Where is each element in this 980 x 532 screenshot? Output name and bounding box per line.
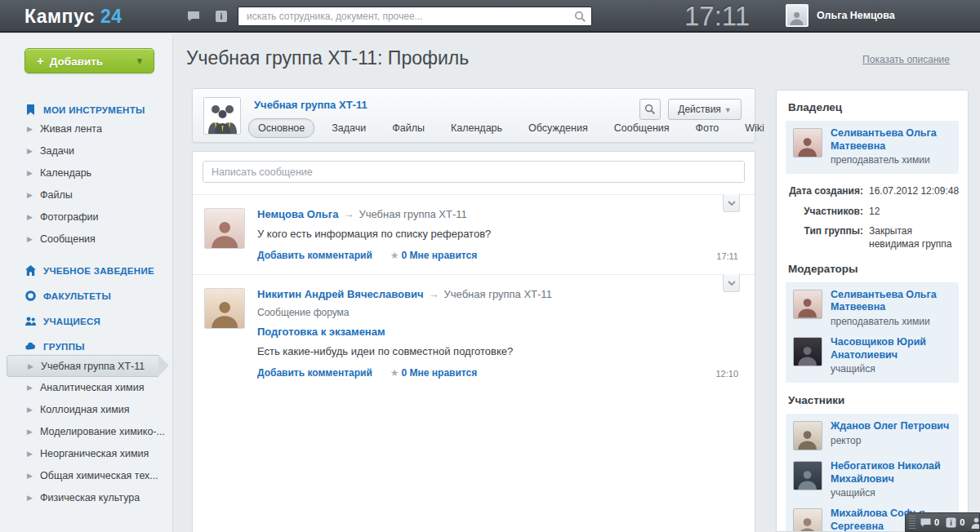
info-icon[interactable]: i <box>214 9 229 24</box>
arrow-right-icon: → <box>344 208 354 220</box>
bookmark-icon <box>25 104 36 115</box>
post-author-avatar[interactable] <box>204 288 245 329</box>
sidebar-item-group-general[interactable]: ▶Общая химическая тех... <box>0 465 173 487</box>
sidebar-item-group-xt11[interactable]: ▶Учебная группа ХТ-11 <box>7 355 158 377</box>
add-button-label: Добавить <box>50 55 103 68</box>
person-avatar[interactable] <box>793 421 822 450</box>
sidebar-section-students: УЧАЩИЕСЯ <box>0 316 173 326</box>
person-avatar[interactable] <box>793 290 822 319</box>
caret-icon: ▶ <box>27 162 33 184</box>
person-role: преподаватель химии <box>831 316 951 327</box>
group-search-button[interactable] <box>639 99 661 120</box>
drag-handle[interactable] <box>909 516 915 529</box>
sidebar-item-group-inorganic[interactable]: ▶Неорганическая химия <box>0 443 173 465</box>
sidebar-item-live-feed[interactable]: ▶Живая лента <box>0 118 173 140</box>
cloud-icon <box>25 341 36 352</box>
sidebar-head-faculties[interactable]: ФАКУЛЬТЕТЫ <box>0 290 173 301</box>
tab-messages[interactable]: Сообщения <box>605 119 679 137</box>
composer-input[interactable] <box>203 162 744 182</box>
sidebar-item-files[interactable]: ▶Файлы <box>0 184 173 206</box>
sidebar-item-group-colloid[interactable]: ▶Коллоидная химия <box>0 399 173 421</box>
sidebar-section-school: УЧЕБНОЕ ЗАВЕДЕНИЕ <box>0 265 173 276</box>
global-search <box>238 7 592 26</box>
post-author-link[interactable]: Немцова Ольга <box>257 208 339 220</box>
person-avatar[interactable] <box>793 461 822 490</box>
post-target-link[interactable]: Учебная группа ХТ-11 <box>444 288 552 300</box>
sidebar-item-photos[interactable]: ▶Фотографии <box>0 206 173 228</box>
current-user[interactable]: Ольга Немцова <box>786 4 895 27</box>
like-button[interactable]: ★ 0 Мне нравится <box>390 250 477 261</box>
person-name-link[interactable]: Селивантьева Ольга Матвеевна <box>831 289 951 314</box>
person-name-link[interactable]: Часовщиков Юрий Анатолиевич <box>831 336 951 361</box>
svg-text:i: i <box>950 518 952 527</box>
actions-button[interactable]: Действия▼ <box>668 99 742 120</box>
search-icon[interactable] <box>574 11 586 23</box>
user-name: Ольга Немцова <box>817 10 895 21</box>
notification-dock[interactable]: 0 i 0 <box>905 512 980 532</box>
person-name-link[interactable]: Селивантьева Ольга Матвеевна <box>831 127 951 153</box>
person-avatar[interactable] <box>793 128 822 157</box>
tab-tasks[interactable]: Задачи <box>323 119 375 137</box>
sidebar-head-students[interactable]: УЧАЩИЕСЯ <box>0 316 173 326</box>
person-avatar[interactable] <box>793 337 822 366</box>
post-body: Есть какие-нибудь идеи по совместной под… <box>257 345 738 357</box>
moderator-row: Часовщиков Юрий Анатолиевич учащийся <box>793 336 951 375</box>
info-icon[interactable]: i <box>945 516 957 529</box>
add-comment-link[interactable]: Добавить комментарий <box>257 250 372 261</box>
sidebar-head-tools[interactable]: МОИ ИНСТРУМЕНТЫ <box>0 104 173 115</box>
post-timestamp: 17:11 <box>716 251 738 261</box>
caret-icon: ▶ <box>27 140 33 162</box>
tab-wiki[interactable]: Wiki <box>736 119 773 137</box>
member-row: Жданов Олег Петрович ректор <box>793 420 951 451</box>
sidebar-item-group-analytic[interactable]: ▶Аналитическая химия <box>0 377 173 399</box>
person-name-link[interactable]: Небогатиков Николай Михайлович <box>831 460 951 485</box>
feed-post: Никитин Андрей Вячеславович→Учебная груп… <box>193 275 755 392</box>
tab-files[interactable]: Файлы <box>383 119 434 137</box>
page-title: Учебная группа ХТ-11: Профиль <box>186 47 469 69</box>
add-comment-link[interactable]: Добавить комментарий <box>257 367 372 379</box>
star-icon: ★ <box>390 250 399 261</box>
chevron-down-icon: ▼ <box>136 49 144 73</box>
chat-count-badge: 0 <box>934 517 939 527</box>
sidebar-item-group-modeling[interactable]: ▶Моделирование химико-... <box>0 421 173 443</box>
post-author-link[interactable]: Никитин Андрей Вячеславович <box>257 288 424 300</box>
post-topic-link[interactable]: Подготовка к экзаменам <box>257 326 738 338</box>
post-author-avatar[interactable] <box>204 208 245 249</box>
caret-icon: ▶ <box>27 377 33 399</box>
tab-calendar[interactable]: Календарь <box>442 119 511 137</box>
person-avatar[interactable] <box>793 508 822 532</box>
sidebar-item-calendar[interactable]: ▶Календарь <box>0 162 173 184</box>
person-icon[interactable] <box>970 516 980 529</box>
chat-icon[interactable] <box>920 516 932 529</box>
sidebar-item-group-physical[interactable]: ▶Физическая культура <box>0 487 173 509</box>
sidebar-head-school[interactable]: УЧЕБНОЕ ЗАВЕДЕНИЕ <box>0 265 173 276</box>
group-name[interactable]: Учебная группа ХТ-11 <box>254 99 368 111</box>
sidebar-item-messages[interactable]: ▶Сообщения <box>0 228 173 250</box>
tab-discussions[interactable]: Обсуждения <box>519 119 597 137</box>
add-button[interactable]: +Добавить ▼ <box>24 48 154 73</box>
chat-icon[interactable] <box>186 9 201 24</box>
caret-icon: ▶ <box>27 421 33 443</box>
tab-main[interactable]: Основное <box>248 118 314 138</box>
post-body: У кого есть информация по списку реферат… <box>257 228 738 240</box>
app-logo[interactable]: Кампус 24 <box>24 6 122 28</box>
tab-photo[interactable]: Фото <box>687 119 728 137</box>
caret-icon: ▶ <box>28 356 33 378</box>
plus-icon: + <box>37 54 44 68</box>
sidebar-head-groups[interactable]: ГРУППЫ <box>0 341 173 352</box>
caret-icon: ▶ <box>27 118 33 140</box>
logo-text: Кампус <box>24 6 95 27</box>
person-name-link[interactable]: Жданов Олег Петрович <box>831 420 951 433</box>
feed-card: Немцова Ольга→Учебная группа ХТ-11 У ког… <box>192 151 755 532</box>
post-target-link[interactable]: Учебная группа ХТ-11 <box>359 208 467 220</box>
moderator-row: Селивантьева Ольга Матвеевна преподавате… <box>793 289 951 327</box>
sidebar-item-tasks[interactable]: ▶Задачи <box>0 140 173 162</box>
sidebar-section-tools: МОИ ИНСТРУМЕНТЫ ▶Живая лента ▶Задачи ▶Ка… <box>0 104 173 250</box>
post-kind: Сообщение форума <box>257 307 738 318</box>
member-row: Небогатиков Николай Михайлович учащийся <box>793 460 951 499</box>
person-role: учащийся <box>831 487 951 499</box>
show-description-link[interactable]: Показать описание <box>862 54 950 65</box>
global-search-input[interactable] <box>238 7 591 25</box>
like-button[interactable]: ★ 0 Мне нравится <box>390 367 477 379</box>
ring-icon <box>25 290 36 301</box>
